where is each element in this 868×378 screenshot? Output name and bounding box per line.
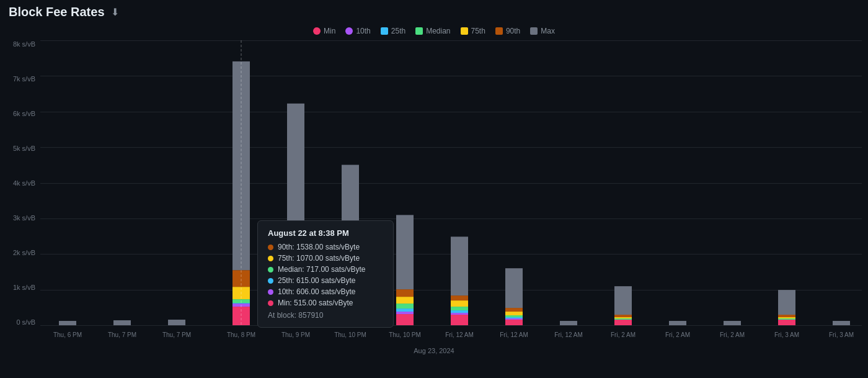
legend-dot-10th — [345, 27, 353, 35]
legend-dot-min — [313, 27, 321, 35]
bar-max-12 — [724, 321, 741, 325]
bar-max-2 — [168, 320, 185, 325]
bar-min-7 — [451, 315, 468, 325]
tooltip-label-90th: 90th: 1538.00 sats/vByte — [278, 243, 360, 251]
bar-max-1 — [113, 320, 131, 325]
chart-inner: August 22 at 8:38 PM 90th: 1538.00 sats/… — [40, 40, 862, 326]
legend-item-25th: 25th — [381, 27, 405, 35]
legend-label-min: Min — [324, 27, 335, 35]
tooltip-label-median: Median: 717.00 sats/vByte — [278, 265, 365, 274]
x-label-10: Fri, 2 AM — [611, 331, 636, 338]
download-icon[interactable]: ⬇ — [111, 6, 119, 18]
x-label-5: Thu, 10 PM — [334, 331, 366, 338]
bar-max-7 — [451, 236, 468, 295]
legend-label-10th: 10th — [356, 27, 370, 35]
legend-dot-median — [415, 27, 423, 35]
x-label-6: Thu, 10 PM — [389, 331, 421, 338]
bar-min-10 — [614, 320, 632, 325]
legend-label-max: Max — [541, 27, 555, 35]
legend-item-90th: 90th — [495, 27, 520, 35]
x-label-3: Thu, 8 PM — [227, 331, 255, 338]
tooltip-dot-min — [268, 300, 273, 306]
x-label-12: Fri, 2 AM — [720, 331, 745, 338]
y-label-4k: 4k s/vB — [13, 179, 35, 187]
legend-item-min: Min — [313, 27, 335, 35]
bar-75th-13 — [778, 317, 795, 318]
y-label-7k: 7k s/vB — [13, 75, 35, 83]
tooltip: August 22 at 8:38 PM 90th: 1538.00 sats/… — [257, 220, 394, 328]
chart-legend: Min 10th 25th Median 75th 90th Max — [0, 24, 868, 40]
bar-max-14 — [833, 321, 850, 325]
bar-10th-7 — [451, 313, 468, 315]
legend-label-90th: 90th — [506, 27, 520, 35]
bar-max-0 — [59, 321, 76, 325]
bar-max-11 — [669, 321, 686, 325]
legend-label-median: Median — [426, 27, 450, 35]
bar-10th-6 — [396, 312, 414, 314]
bar-90th-13 — [778, 315, 795, 317]
tooltip-row-75th: 75th: 1070.00 sats/vByte — [268, 254, 383, 263]
y-label-8k: 8k s/vB — [13, 40, 35, 48]
x-label-2: Thu, 7 PM — [162, 331, 191, 338]
bar-25th-7 — [451, 310, 468, 313]
bar-10th-8 — [505, 318, 523, 320]
x-label-0: Thu, 6 PM — [53, 331, 82, 338]
x-label-1: Thu, 7 PM — [108, 331, 136, 338]
chart-area: 8k s/vB 7k s/vB 6k s/vB 5k s/vB 4k s/vB … — [0, 40, 868, 344]
bar-median-10 — [614, 318, 632, 320]
bar-25th-6 — [396, 308, 414, 312]
legend-dot-max — [530, 27, 538, 35]
bar-median-13 — [778, 318, 795, 320]
tooltip-title: August 22 at 8:38 PM — [268, 228, 383, 238]
y-axis: 8k s/vB 7k s/vB 6k s/vB 5k s/vB 4k s/vB … — [0, 40, 40, 344]
x-label-9: Fri, 12 AM — [554, 331, 583, 338]
tooltip-block-info: At block: 857910 — [268, 311, 383, 320]
tooltip-dot-median — [268, 267, 273, 272]
bar-75th-6 — [396, 297, 414, 304]
bar-25th-3 — [232, 303, 250, 304]
legend-item-10th: 10th — [345, 27, 370, 35]
bar-max-8 — [505, 268, 523, 308]
bar-max-9 — [560, 321, 577, 325]
x-axis-svg: Thu, 6 PM Thu, 7 PM Thu, 7 PM Thu, 8 PM … — [40, 328, 862, 347]
bar-25th-8 — [505, 317, 523, 318]
bar-90th-8 — [505, 308, 523, 312]
x-label-8: Fri, 12 AM — [500, 331, 528, 338]
bar-90th-10 — [614, 315, 632, 317]
tooltip-row-median: Median: 717.00 sats/vByte — [268, 265, 383, 274]
bar-90th-7 — [451, 295, 468, 300]
tooltip-row-min: Min: 515.00 sats/vByte — [268, 299, 383, 307]
y-label-5k: 5k s/vB — [13, 145, 35, 152]
legend-dot-25th — [381, 27, 388, 35]
tooltip-label-75th: 75th: 1070.00 sats/vByte — [278, 254, 360, 263]
tooltip-label-25th: 25th: 615.00 sats/vByte — [278, 276, 355, 285]
page-header: Block Fee Rates ⬇ — [0, 0, 868, 24]
bar-min-8 — [505, 320, 523, 325]
legend-dot-90th — [495, 27, 503, 35]
bar-median-8 — [505, 315, 523, 317]
y-label-6k: 6k s/vB — [13, 110, 35, 117]
y-label-3k: 3k s/vB — [13, 214, 35, 222]
tooltip-row-25th: 25th: 615.00 sats/vByte — [268, 276, 383, 285]
bar-median-6 — [396, 304, 414, 308]
bar-max-10 — [614, 286, 632, 315]
x-label-11: Fri, 2 AM — [665, 331, 690, 338]
x-label-14: Fri, 3 AM — [829, 331, 854, 338]
x-axis: Thu, 6 PM Thu, 7 PM Thu, 7 PM Thu, 8 PM … — [40, 328, 862, 349]
x-label-4: Thu, 9 PM — [281, 331, 310, 338]
legend-label-75th: 75th — [471, 27, 485, 35]
legend-dot-75th — [461, 27, 468, 35]
tooltip-dot-90th — [268, 245, 273, 250]
bar-75th-8 — [505, 312, 523, 315]
legend-item-max: Max — [530, 27, 555, 35]
x-label-7: Fri, 12 AM — [445, 331, 474, 338]
bar-max-6 — [396, 215, 414, 289]
tooltip-label-10th: 10th: 606.00 sats/vByte — [278, 287, 355, 296]
bar-min-6 — [396, 314, 414, 325]
bar-90th-6 — [396, 289, 414, 297]
bar-75th-7 — [451, 300, 468, 307]
bar-min-13 — [778, 320, 795, 325]
tooltip-dot-75th — [268, 256, 273, 261]
tooltip-dot-10th — [268, 289, 273, 295]
bar-75th-10 — [614, 317, 632, 318]
